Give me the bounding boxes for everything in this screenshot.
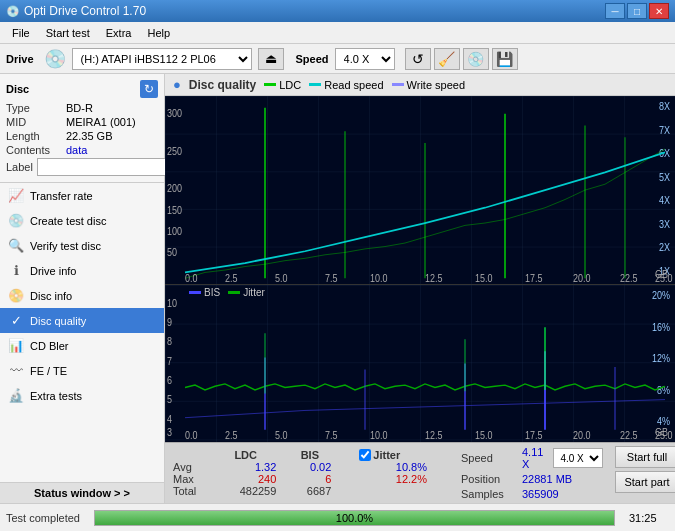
legend-write-speed-label: Write speed (407, 79, 466, 91)
disc-mid-row: MID MEIRA1 (001) (6, 116, 158, 128)
start-full-button[interactable]: Start full (615, 446, 675, 468)
legend-read-speed-label: Read speed (324, 79, 383, 91)
sidebar-label-cd-bler: CD Bler (30, 340, 69, 352)
title-bar: 💿 Opti Drive Control 1.70 ─ □ ✕ (0, 0, 675, 22)
disc-quality-icon: ✓ (8, 313, 24, 328)
save-button[interactable]: 💾 (492, 48, 518, 70)
sidebar-nav: 📈 Transfer rate 💿 Create test disc 🔍 Ver… (0, 183, 164, 482)
disc-info-icon: 📀 (8, 288, 24, 303)
svg-text:8X: 8X (659, 100, 670, 112)
col-ldc-header: LDC (209, 449, 282, 461)
drive-bar: Drive 💿 (H:) ATAPI iHBS112 2 PL06 ⏏ Spee… (0, 44, 675, 74)
menu-bar: File Start test Extra Help (0, 22, 675, 44)
status-window-button[interactable]: Status window > > (0, 482, 164, 503)
svg-text:250: 250 (167, 145, 182, 157)
disc-refresh-button[interactable]: ↻ (140, 80, 158, 98)
samples-row: Samples 365909 (461, 488, 603, 500)
svg-text:300: 300 (167, 107, 182, 119)
legend-jitter-dot (228, 291, 240, 294)
drive-select[interactable]: (H:) ATAPI iHBS112 2 PL06 (72, 48, 252, 70)
disc-contents-row: Contents data (6, 144, 158, 156)
sidebar-item-verify-test-disc[interactable]: 🔍 Verify test disc (0, 233, 164, 258)
samples-value: 365909 (522, 488, 559, 500)
progress-text: 100.0% (95, 511, 614, 525)
avg-label: Avg (173, 461, 209, 473)
close-button[interactable]: ✕ (649, 3, 669, 19)
drive-label: Drive (6, 53, 34, 65)
sidebar-item-create-test-disc[interactable]: 💿 Create test disc (0, 208, 164, 233)
speed-select[interactable]: 1.0 X 2.0 X 4.0 X 8.0 X (335, 48, 395, 70)
max-bis: 6 (282, 473, 337, 485)
sidebar-item-disc-info[interactable]: 📀 Disc info (0, 283, 164, 308)
sidebar-item-disc-quality[interactable]: ✓ Disc quality (0, 308, 164, 333)
stats-area: LDC BIS Jitter Avg 1.3 (165, 442, 675, 503)
legend-read-speed-dot (309, 83, 321, 86)
chart-title: Disc quality (189, 78, 256, 92)
minimize-button[interactable]: ─ (605, 3, 625, 19)
svg-rect-1 (165, 96, 675, 284)
start-part-button[interactable]: Start part (615, 471, 675, 493)
speed-label: Speed (296, 53, 329, 65)
legend-ldc-label: LDC (279, 79, 301, 91)
col-bis-header: BIS (282, 449, 337, 461)
avg-bis: 0.02 (282, 461, 337, 473)
menu-file[interactable]: File (4, 25, 38, 41)
chart-header: ● Disc quality LDC Read speed Write spee… (165, 74, 675, 96)
speed-position-area: Speed 4.11 X 4.0 X Position 22881 MB Sam… (461, 446, 603, 500)
disc-title: Disc (6, 83, 29, 95)
jitter-checkbox[interactable] (359, 449, 371, 461)
legend-ldc-dot (264, 83, 276, 86)
svg-text:15.0: 15.0 (475, 272, 493, 284)
col-jitter-header: Jitter (353, 449, 433, 461)
progress-bar-container: 100.0% (94, 510, 615, 526)
menu-start-test[interactable]: Start test (38, 25, 98, 41)
disc-panel: Disc ↻ Type BD-R MID MEIRA1 (001) Length… (0, 74, 164, 183)
svg-text:0.0: 0.0 (185, 272, 198, 284)
menu-help[interactable]: Help (139, 25, 178, 41)
maximize-button[interactable]: □ (627, 3, 647, 19)
svg-text:50: 50 (167, 246, 177, 258)
disc-length-row: Length 22.35 GB (6, 130, 158, 142)
svg-text:4X: 4X (659, 195, 670, 207)
svg-text:20.0: 20.0 (573, 272, 591, 284)
bottom-chart-legend: BIS Jitter (189, 287, 265, 298)
sidebar-item-extra-tests[interactable]: 🔬 Extra tests (0, 383, 164, 408)
disc-label-input[interactable] (37, 158, 170, 176)
disc-icon-button[interactable]: 💿 (463, 48, 489, 70)
svg-text:100: 100 (167, 225, 182, 237)
transfer-rate-icon: 📈 (8, 188, 24, 203)
svg-text:22.5: 22.5 (620, 272, 638, 284)
stats-max-row: Max 240 6 12.2% (173, 473, 433, 485)
svg-text:17.5: 17.5 (525, 272, 543, 284)
legend-bis: BIS (189, 287, 220, 298)
disc-contents-value: data (66, 144, 87, 156)
menu-extra[interactable]: Extra (98, 25, 140, 41)
title-bar-left: 💿 Opti Drive Control 1.70 (6, 4, 146, 18)
speed-row: Speed 4.11 X 4.0 X (461, 446, 603, 470)
verify-test-disc-icon: 🔍 (8, 238, 24, 253)
sidebar-item-cd-bler[interactable]: 📊 CD Bler (0, 333, 164, 358)
sidebar-item-drive-info[interactable]: ℹ Drive info (0, 258, 164, 283)
legend-bis-dot (189, 291, 201, 294)
svg-text:150: 150 (167, 204, 182, 216)
svg-text:20.0: 20.0 (573, 430, 591, 442)
drive-action-icons: ↺ 🧹 💿 💾 (405, 48, 518, 70)
svg-text:2.5: 2.5 (225, 272, 238, 284)
refresh-drive-button[interactable]: ↺ (405, 48, 431, 70)
position-label: Position (461, 473, 516, 485)
disc-header: Disc ↻ (6, 80, 158, 98)
svg-text:20%: 20% (652, 290, 670, 302)
jitter-label: Jitter (373, 449, 400, 461)
sidebar-item-transfer-rate[interactable]: 📈 Transfer rate (0, 183, 164, 208)
clear-button[interactable]: 🧹 (434, 48, 460, 70)
sidebar-item-fe-te[interactable]: 〰 FE / TE (0, 358, 164, 383)
svg-text:16%: 16% (652, 321, 670, 333)
eject-button[interactable]: ⏏ (258, 48, 284, 70)
svg-text:2X: 2X (659, 242, 670, 254)
svg-text:10.0: 10.0 (370, 430, 388, 442)
speed-select-stats[interactable]: 4.0 X (553, 448, 603, 468)
ldc-chart-svg: 8X 7X 6X 5X 4X 3X 2X 1X 300 250 200 150 … (165, 96, 675, 284)
svg-text:GB: GB (655, 426, 668, 438)
app-icon: 💿 (6, 5, 20, 18)
time-text: 31:25 (629, 512, 669, 524)
